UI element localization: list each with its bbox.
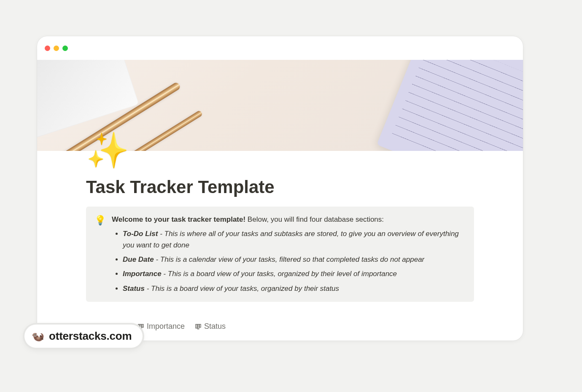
board-icon xyxy=(195,323,202,330)
item-name: Importance xyxy=(123,270,162,278)
callout-body: Welcome to your task tracker template! B… xyxy=(112,214,464,294)
svg-rect-6 xyxy=(142,324,143,327)
tab-importance[interactable]: Importance xyxy=(137,322,185,331)
window-titlebar xyxy=(37,36,523,60)
lightbulb-icon: 💡 xyxy=(94,214,106,294)
window-close-button[interactable] xyxy=(45,46,50,51)
svg-rect-7 xyxy=(196,324,197,328)
item-desc: - This is a board view of your tasks, or… xyxy=(162,270,397,278)
brand-text: otterstacks.com xyxy=(49,330,132,343)
item-name: Due Date xyxy=(123,255,154,263)
svg-rect-9 xyxy=(199,324,201,327)
svg-rect-8 xyxy=(197,324,199,329)
list-item: To-Do List - This is where all of your t… xyxy=(123,228,464,251)
window-minimize-button[interactable] xyxy=(54,46,59,51)
item-name: To-Do List xyxy=(123,230,158,238)
cover-decoration xyxy=(377,60,523,151)
info-callout: 💡 Welcome to your task tracker template!… xyxy=(86,207,474,302)
tab-label: Status xyxy=(204,322,226,331)
list-item: Status - This is a board view of your ta… xyxy=(123,283,464,294)
app-window: ✨ Task Tracker Template 💡 Welcome to you… xyxy=(37,36,523,341)
database-view-tabs: Due Date Importance Status xyxy=(86,322,523,331)
svg-rect-5 xyxy=(140,324,141,329)
window-maximize-button[interactable] xyxy=(62,46,68,51)
callout-intro-bold: Welcome to your task tracker template! xyxy=(112,215,245,223)
brand-badge[interactable]: 🦦 otterstacks.com xyxy=(24,325,143,348)
item-desc: - This is a board view of your tasks, or… xyxy=(145,285,339,293)
callout-list: To-Do List - This is where all of your t… xyxy=(112,228,464,294)
page-content: Task Tracker Template 💡 Welcome to your … xyxy=(37,151,523,331)
list-item: Due Date - This is a calendar view of yo… xyxy=(123,254,464,265)
otter-icon: 🦦 xyxy=(32,330,44,342)
sparkles-icon[interactable]: ✨ xyxy=(86,133,129,168)
callout-intro-rest: Below, you will find four database secti… xyxy=(245,215,384,223)
tab-label: Importance xyxy=(147,322,185,331)
tab-status[interactable]: Status xyxy=(195,322,226,331)
item-desc: - This is where all of your tasks and su… xyxy=(123,230,459,249)
page-title[interactable]: Task Tracker Template xyxy=(86,177,523,197)
item-name: Status xyxy=(123,285,145,293)
item-desc: - This is a calendar view of your tasks,… xyxy=(154,255,425,263)
list-item: Importance - This is a board view of you… xyxy=(123,268,464,279)
